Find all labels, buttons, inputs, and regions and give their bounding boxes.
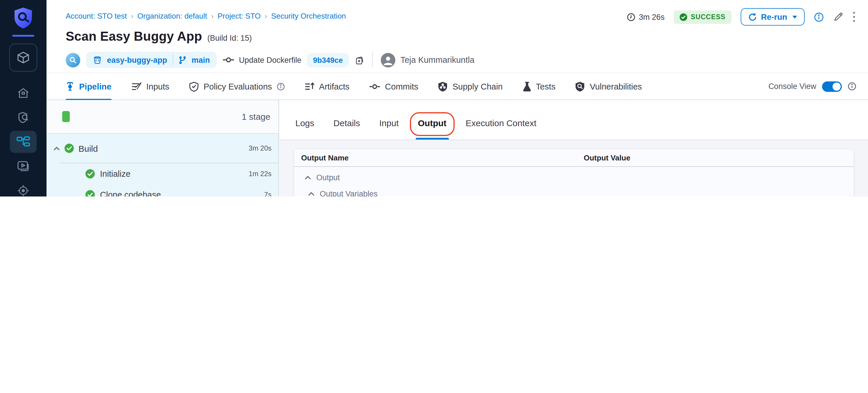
console-info-icon[interactable] (848, 82, 856, 91)
supply-chain-icon (438, 81, 448, 92)
status-badge: SUCCESS (674, 10, 732, 24)
artifacts-icon (305, 82, 314, 91)
tab-policy-evaluations[interactable]: Policy Evaluations (189, 73, 285, 100)
app-root: Account: STO test›Organization: default›… (0, 0, 868, 196)
step-tab-execution-context[interactable]: Execution Context (466, 118, 537, 140)
branch-icon (178, 56, 186, 64)
group-label: Output (316, 173, 340, 182)
tab-label: Tests (536, 82, 556, 91)
sto-logo-block (12, 0, 34, 37)
chevron-up-icon (308, 191, 314, 195)
author-name: Teja Kummarikuntla (400, 55, 474, 64)
check-circle-icon (86, 169, 95, 179)
collapse-chevron-icon (54, 146, 60, 150)
tab-label: Vulnerabilities (590, 82, 642, 91)
rerun-label: Re-run (761, 12, 787, 22)
breadcrumb-item[interactable]: Account: STO test (66, 11, 127, 20)
tab-label: Inputs (146, 82, 169, 91)
sidebar-item-executions[interactable] (0, 154, 46, 179)
tab-vulnerabilities[interactable]: Vulnerabilities (575, 73, 642, 100)
col-output-name: Output Name (301, 153, 584, 162)
info-icon[interactable] (814, 12, 824, 22)
stage-name: Build (79, 143, 98, 153)
annotation-ring (410, 112, 455, 136)
tab-commits[interactable]: Commits (369, 73, 418, 100)
edit-pencil-icon[interactable] (833, 11, 844, 22)
breadcrumb-item[interactable]: Security Orchestration (271, 11, 346, 20)
stage-status-square[interactable] (62, 111, 70, 122)
step-tab-logs[interactable]: Logs (295, 118, 314, 140)
vulnerabilities-icon (575, 81, 585, 92)
output-group-output-variables[interactable]: Output Variables (294, 185, 854, 196)
chevron-up-icon (305, 175, 311, 179)
output-table-card: Output Name Output Value OutputOutput Va… (294, 149, 854, 196)
stage-panel-header: 1 stage (46, 100, 278, 134)
stage-row-build[interactable]: Build3m 20s (46, 134, 278, 163)
build-id-label: (Build Id: 15) (207, 34, 252, 42)
tab-tests[interactable]: Tests (522, 73, 556, 100)
tab-label: Artifacts (319, 82, 350, 91)
step-tab-details[interactable]: Details (334, 118, 360, 140)
tab-inputs[interactable]: Inputs (131, 73, 169, 100)
step-tab-output[interactable]: Output (418, 118, 446, 140)
sidebar-item-home[interactable] (0, 81, 46, 105)
console-view-toggle[interactable] (822, 81, 842, 92)
stage-list: Build3m 20sInitialize1m 22sClone codebas… (46, 134, 278, 196)
copy-icon[interactable] (354, 55, 364, 65)
module-selector-button[interactable] (9, 43, 37, 71)
commit-icon (223, 56, 234, 63)
pipeline-icon (66, 81, 74, 91)
page-title: Scan Easy Buggy App (66, 29, 202, 44)
branch-name: main (192, 56, 210, 64)
commit-message[interactable]: Update Dockerfile (239, 56, 302, 64)
logo-underline (12, 35, 34, 37)
shield-search-icon (17, 111, 29, 124)
stage-count-label: 1 stage (242, 112, 270, 121)
sidebar-nav (0, 81, 46, 196)
tab-pipeline[interactable]: Pipeline (66, 73, 111, 100)
sidebar-item-pipelines[interactable] (0, 130, 46, 154)
refresh-icon (748, 12, 757, 21)
cube-icon (16, 51, 30, 64)
pipeline-tabbar: PipelineInputsPolicy EvaluationsArtifact… (46, 73, 868, 100)
group-label: Output Variables (320, 189, 378, 196)
kebab-menu-icon[interactable] (853, 11, 855, 22)
info-circle-icon (277, 82, 285, 90)
stage-panel: 1 stage Build3m 20sInitialize1m 22sClone… (46, 100, 279, 196)
sidebar-item-scans[interactable] (0, 105, 46, 130)
codebase-pill[interactable]: easy-buggy-app main (86, 52, 217, 68)
step-tab-input[interactable]: Input (379, 118, 399, 140)
trigger-avatar[interactable] (66, 53, 80, 67)
console-view-label: Console View (768, 82, 816, 91)
sidebar-item-targets[interactable] (0, 179, 46, 196)
check-circle-icon (65, 144, 74, 153)
repository-icon (93, 56, 102, 64)
pill-divider (173, 55, 173, 65)
tab-artifacts[interactable]: Artifacts (305, 73, 350, 100)
left-sidebar (0, 0, 46, 196)
rerun-button[interactable]: Re-run (741, 8, 805, 26)
breadcrumb-separator: › (265, 12, 267, 20)
step-row-initialize[interactable]: Initialize1m 22s (46, 163, 278, 184)
tab-supply-chain[interactable]: Supply Chain (438, 73, 503, 100)
commit-sha[interactable]: 9b349ce (307, 53, 349, 67)
tests-icon (522, 81, 531, 92)
pipeline-duration: 3m 26s (639, 12, 665, 21)
repo-name: easy-buggy-app (107, 56, 167, 64)
step-row-clone-codebase[interactable]: Clone codebase7s (46, 184, 278, 196)
stage-duration: 3m 20s (249, 144, 272, 152)
col-output-value: Output Value (584, 153, 846, 162)
breadcrumb-item[interactable]: Organization: default (137, 11, 207, 20)
breadcrumb-separator: › (211, 12, 213, 20)
header-divider (372, 52, 372, 67)
tab-label: Pipeline (79, 82, 111, 91)
output-group-output[interactable]: Output (294, 169, 854, 185)
sto-shield-logo-icon (13, 7, 34, 29)
tab-label: Supply Chain (453, 82, 503, 91)
commits-icon (369, 83, 380, 90)
breadcrumb-item[interactable]: Project: STO (217, 11, 260, 20)
page-header: Account: STO test›Organization: default›… (46, 0, 868, 73)
step-name: Initialize (100, 169, 130, 179)
clock-icon (627, 12, 636, 21)
step-detail-panel: LogsDetailsInputOutputExecution Context … (280, 100, 868, 196)
